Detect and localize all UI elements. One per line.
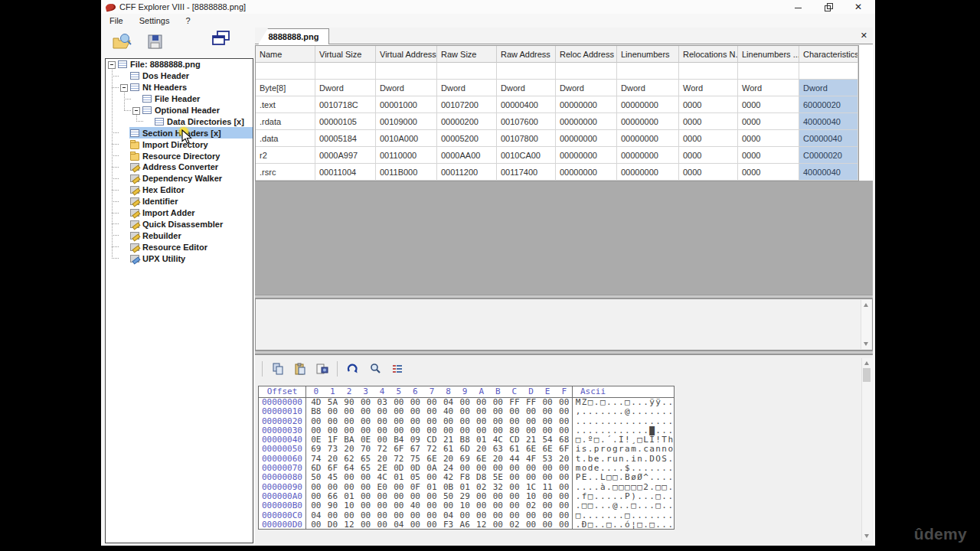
search-icon[interactable] (364, 360, 386, 378)
hex-ascii[interactable]: ,.......@....... (573, 407, 674, 416)
cell-rsrc-raw-address[interactable]: 00117400 (497, 164, 556, 181)
hex-byte[interactable]: F8 (456, 473, 473, 482)
open-file-icon[interactable] (112, 32, 132, 54)
hex-byte[interactable]: 00 (473, 501, 490, 510)
hex-ascii[interactable]: .Ð□..□..ó¦□.□... (573, 520, 674, 530)
cell-data-linenumbers[interactable]: 0000 (738, 130, 799, 147)
scroll-down-icon[interactable] (864, 342, 868, 346)
copy-into-new-file-icon[interactable] (311, 360, 333, 378)
hex-byte[interactable]: 00 (390, 501, 407, 510)
cell-r2-virtual-size[interactable]: 0000A997 (315, 147, 376, 164)
collapse-expander-icon[interactable] (107, 60, 117, 70)
filter-cell-linenumbers[interactable] (738, 63, 799, 80)
cell-text-virtual-address[interactable]: 00001000 (376, 96, 437, 113)
hex-byte[interactable]: 00 (358, 511, 374, 520)
cell-data-name[interactable]: .data (256, 130, 315, 147)
hex-byte[interactable]: 73 (325, 445, 341, 454)
close-icon[interactable]: ✕ (854, 2, 863, 11)
hex-byte[interactable]: 20 (341, 445, 358, 454)
cell-r2-characteristics[interactable]: C0000020 (799, 147, 858, 164)
cell-rsrc-linenumbers[interactable]: 00000000 (617, 164, 679, 181)
hex-byte[interactable]: 00 (523, 473, 540, 482)
column-header-linenumbers[interactable]: Linenumbers (617, 46, 679, 63)
column-header-raw-address[interactable]: Raw Address (497, 46, 556, 63)
hex-byte[interactable]: 05 (407, 473, 424, 482)
hex-byte[interactable]: B8 (308, 407, 325, 416)
cell-rdata-virtual-size[interactable]: 00000105 (315, 113, 376, 130)
hex-bytes[interactable]: 69732070726F6772616D2063616E6E6F (306, 445, 573, 454)
hex-byte[interactable]: 6D (456, 445, 473, 454)
hex-ascii[interactable]: t.be.run.in.DOS. (573, 455, 674, 464)
hex-byte[interactable]: A6 (456, 520, 473, 530)
cell-rsrc-linenumbers[interactable]: 0000 (738, 164, 799, 181)
hex-byte[interactable]: 00 (390, 511, 407, 520)
tree-item-upx-utility[interactable]: UPX Utility (106, 253, 253, 264)
hex-ascii[interactable]: □.º□.´.Í!¸□LÍ!Th (573, 435, 674, 445)
hex-byte[interactable]: 45 (325, 473, 341, 482)
hex-byte[interactable]: 04 (390, 520, 407, 530)
filter-cell-virtual-address[interactable] (376, 63, 437, 80)
close-tab-icon[interactable]: ✕ (861, 30, 867, 41)
hex-byte[interactable]: 00 (341, 511, 358, 520)
hex-byte[interactable]: 00 (523, 520, 540, 530)
tree-item-data-directories-x[interactable]: Data Directories [x] (106, 116, 253, 127)
hex-byte[interactable]: 00 (374, 520, 390, 530)
hex-row-000000B0[interactable]: 000000B000901000000040000010000000020000… (259, 501, 674, 510)
hex-byte[interactable]: D8 (473, 473, 490, 482)
hex-byte[interactable]: 00 (407, 520, 424, 530)
hex-byte[interactable]: 61 (440, 445, 457, 454)
fields-icon[interactable] (386, 360, 408, 378)
hex-byte[interactable]: 00 (456, 407, 473, 416)
hex-byte[interactable]: 00 (374, 511, 390, 520)
cell-text-linenumbers[interactable]: 0000 (738, 96, 799, 113)
hex-byte[interactable]: 6E (523, 445, 540, 454)
hex-byte[interactable]: 6F (556, 445, 573, 454)
hex-ascii[interactable]: .f□.....P)...□.. (573, 492, 674, 501)
tree-item-dependency-walker[interactable]: Dependency Walker (106, 173, 253, 184)
cell-r2-reloc-address[interactable]: 00000000 (556, 147, 617, 164)
hex-byte[interactable]: 04 (308, 511, 325, 520)
hex-byte[interactable]: 12 (473, 520, 490, 530)
cell-rsrc-reloc-address[interactable]: 00000000 (556, 164, 617, 181)
hex-byte[interactable]: 01 (390, 473, 407, 482)
hex-byte[interactable]: 20 (473, 445, 490, 454)
cell-text-raw-size[interactable]: 00107200 (437, 96, 497, 113)
hex-row-00000080[interactable]: 00000080504500004C01050042F8D85E00000000… (259, 473, 674, 482)
hex-scrollbar[interactable] (861, 358, 872, 541)
hex-byte[interactable]: F3 (440, 520, 457, 530)
hex-byte[interactable]: 00 (523, 407, 540, 416)
hex-byte[interactable]: 00 (407, 511, 424, 520)
hex-byte[interactable]: 00 (490, 501, 507, 510)
hex-byte[interactable]: 00 (423, 511, 440, 520)
tree-item-nt-headers[interactable]: Nt Headers (106, 82, 253, 93)
tree-item-hex-editor[interactable]: Hex Editor (106, 184, 253, 196)
hex-byte[interactable]: 4C (374, 473, 390, 482)
windows-icon[interactable] (210, 30, 231, 53)
filter-cell-reloc-address[interactable] (556, 63, 617, 80)
hex-byte[interactable]: D0 (325, 520, 341, 530)
hex-byte[interactable]: 00 (556, 520, 573, 530)
cell-data-characteristics[interactable]: C0000040 (799, 130, 858, 147)
tab-8888888-png[interactable]: 8888888.png (258, 28, 329, 44)
hex-byte[interactable]: 00 (358, 520, 374, 530)
hex-byte[interactable]: 40 (440, 407, 457, 416)
paste-icon[interactable] (289, 360, 311, 378)
hex-byte[interactable]: 10 (341, 501, 358, 510)
cell-text-name[interactable]: .text (256, 96, 315, 113)
cell-r2-virtual-address[interactable]: 00110000 (376, 147, 437, 164)
cell-rsrc-characteristics[interactable]: 40000040 (799, 164, 858, 181)
tree-item-quick-disassembler[interactable]: Quick Disassembler (106, 218, 253, 230)
hex-byte[interactable]: 00 (440, 501, 457, 510)
cell-rdata-linenumbers[interactable]: 0000 (738, 113, 799, 130)
cell-text-virtual-size[interactable]: 0010718C (315, 96, 376, 113)
cell-text-characteristics[interactable]: 60000020 (799, 96, 858, 113)
hex-byte[interactable]: 00 (456, 511, 473, 520)
hex-ascii[interactable]: MZ□.□...□...ÿÿ.. (573, 398, 674, 407)
hex-byte[interactable]: 90 (325, 501, 341, 510)
column-header-raw-size[interactable]: Raw Size (437, 46, 497, 63)
hex-ascii[interactable]: ............█... (573, 426, 674, 435)
hex-byte[interactable]: 00 (506, 407, 523, 416)
menu-item-file[interactable]: File (108, 15, 125, 26)
tree-item-dos-header[interactable]: Dos Header (106, 70, 253, 82)
hex-byte[interactable]: 72 (423, 445, 440, 454)
